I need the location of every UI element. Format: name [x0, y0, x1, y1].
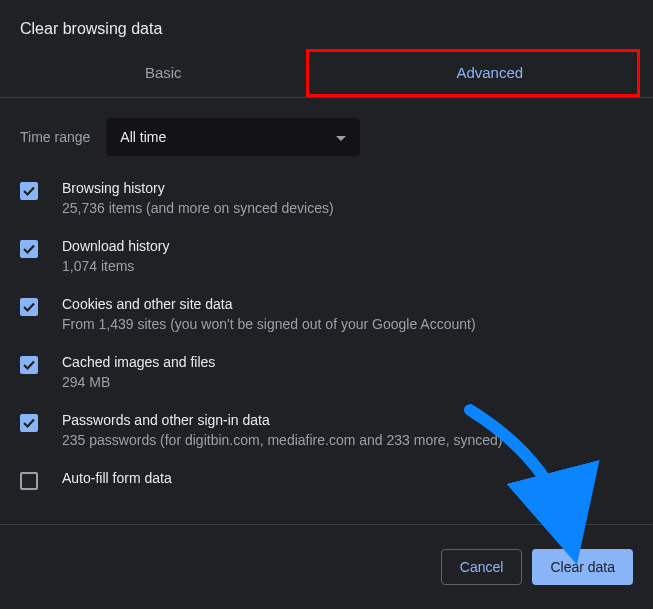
time-range-value: All time: [120, 129, 166, 145]
item-text: Cached images and files294 MB: [62, 354, 215, 390]
tab-active-indicator: [310, 94, 640, 97]
data-type-row: Download history1,074 items: [20, 238, 633, 274]
item-text: Download history1,074 items: [62, 238, 169, 274]
item-subtitle: 25,736 items (and more on synced devices…: [62, 200, 334, 216]
dialog-title: Clear browsing data: [0, 0, 653, 50]
item-text: Cookies and other site dataFrom 1,439 si…: [62, 296, 476, 332]
checkbox[interactable]: [20, 298, 38, 316]
item-text: Browsing history25,736 items (and more o…: [62, 180, 334, 216]
item-title: Browsing history: [62, 180, 334, 196]
time-range-label: Time range: [20, 129, 90, 145]
item-title: Passwords and other sign-in data: [62, 412, 502, 428]
dialog-content: Time range All time Browsing history25,7…: [0, 98, 653, 532]
checkbox[interactable]: [20, 356, 38, 374]
time-range-row: Time range All time: [20, 118, 633, 156]
footer-divider: [0, 524, 653, 525]
item-text: Passwords and other sign-in data235 pass…: [62, 412, 502, 448]
tab-advanced[interactable]: Advanced: [327, 50, 654, 97]
item-title: Auto-fill form data: [62, 470, 172, 486]
time-range-select[interactable]: All time: [106, 118, 360, 156]
data-type-row: Auto-fill form data: [20, 470, 633, 490]
item-subtitle: From 1,439 sites (you won't be signed ou…: [62, 316, 476, 332]
item-subtitle: 294 MB: [62, 374, 215, 390]
checkbox[interactable]: [20, 182, 38, 200]
cancel-button[interactable]: Cancel: [441, 549, 523, 585]
checkbox[interactable]: [20, 472, 38, 490]
tabs: Basic Advanced: [0, 50, 653, 97]
chevron-down-icon: [336, 128, 346, 146]
item-subtitle: 235 passwords (for digitbin.com, mediafi…: [62, 432, 502, 448]
data-type-row: Cookies and other site dataFrom 1,439 si…: [20, 296, 633, 332]
item-title: Cached images and files: [62, 354, 215, 370]
clear-data-button[interactable]: Clear data: [532, 549, 633, 585]
dialog-footer: Cancel Clear data: [441, 549, 633, 585]
checkbox[interactable]: [20, 414, 38, 432]
checkbox[interactable]: [20, 240, 38, 258]
data-type-row: Cached images and files294 MB: [20, 354, 633, 390]
item-text: Auto-fill form data: [62, 470, 172, 486]
data-type-row: Browsing history25,736 items (and more o…: [20, 180, 633, 216]
item-title: Cookies and other site data: [62, 296, 476, 312]
item-title: Download history: [62, 238, 169, 254]
tab-basic[interactable]: Basic: [0, 50, 327, 97]
data-type-row: Passwords and other sign-in data235 pass…: [20, 412, 633, 448]
item-subtitle: 1,074 items: [62, 258, 169, 274]
